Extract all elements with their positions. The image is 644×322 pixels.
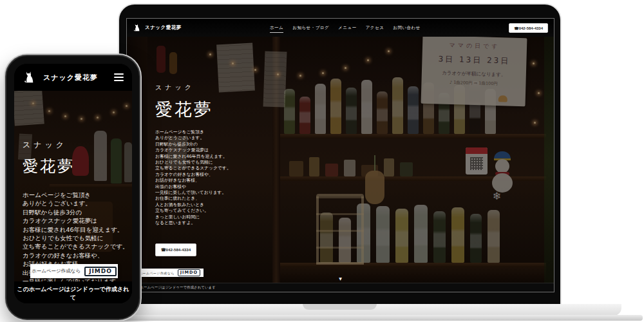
hero-title: 愛花夢 [155,98,278,121]
phone-mockup: スナック愛花夢 [5,55,140,320]
hamburger-menu-icon[interactable] [114,71,124,83]
site-logo[interactable]: スナック愛花夢 [133,23,182,32]
desktop-site-footer: このホームページはジンドゥーで作成されています [127,283,554,292]
jimdo-logo: JIMDO [84,267,117,276]
jimdo-badge[interactable]: ホームページ作成なら JIMDO [135,269,204,277]
header-phone-button[interactable]: ☎042-584-4334 [509,23,548,33]
nav-item-home[interactable]: ホーム [270,23,283,33]
device-mockup-scene: スナック愛花夢 ホーム お知らせ・ブログ メニュー アクセス お問い合わせ ☎0… [0,0,644,322]
mobile-hero-section: スナック 愛花夢 ホームページをご覧頂き ありがとうございます。 日野駅から徒歩… [14,91,132,281]
desktop-site-header: スナック愛花夢 ホーム お知らせ・ブログ メニュー アクセス お問い合わせ ☎0… [127,19,554,37]
hero-content: スナック 愛花夢 ホームページをご覧頂き ありがとうございます。 日野駅から徒歩… [155,83,278,256]
nav-item-news-blog[interactable]: お知らせ・ブログ [292,23,329,33]
jimdo-logo: JIMDO [178,269,200,276]
cat-logo-icon [23,70,37,84]
desktop-website: スナック愛花夢 ホーム お知らせ・ブログ メニュー アクセス お問い合わせ ☎0… [127,19,554,292]
hero-kicker: スナック [155,83,278,92]
laptop-screen: スナック愛花夢 ホーム お知らせ・ブログ メニュー アクセス お問い合わせ ☎0… [126,18,554,292]
jimdo-footer-link[interactable]: このホームページはジンドゥーで作成されて [17,286,129,301]
hero-phone-button[interactable]: ☎042-584-4334 [155,243,196,256]
jimdo-badge-text: ホームページ作成なら [139,271,175,275]
mobile-site-header: スナック愛花夢 [14,64,132,91]
hero-title: 愛花夢 [23,156,126,176]
hero-section: ママの日です 3日 13日 23日 カラオケが半額になります。 ♪ 1曲200円… [127,37,554,283]
nav-item-menu[interactable]: メニュー [338,23,356,33]
cat-logo-icon [133,23,142,32]
phone-screen: スナック愛花夢 [14,64,132,303]
laptop-lid-notch [303,304,377,310]
jimdo-badge-text: ホームページ作成なら [32,268,80,274]
main-navigation: ホーム お知らせ・ブログ メニュー アクセス お問い合わせ [185,23,505,33]
scroll-down-indicator[interactable]: ▼ [339,276,342,281]
mobile-hero-content: スナック 愛花夢 ホームページをご覧頂き ありがとうございます。 日野駅から徒歩… [23,140,126,281]
hero-body-text: ホームページをご覧頂き ありがとうございます。 日野駅から徒歩3分の カラオケス… [155,129,278,227]
mobile-site-footer: このホームページはジンドゥーで作成されて [14,281,132,303]
nav-item-access[interactable]: アクセス [366,23,384,33]
site-title: スナック愛花夢 [145,24,182,31]
jimdo-badge[interactable]: ホームページ作成なら JIMDO [30,264,118,278]
jimdo-footer-link[interactable]: このホームページはジンドゥーで作成されています [133,285,216,290]
hero-kicker: スナック [23,140,126,151]
mobile-site-title: スナック愛花夢 [43,73,98,82]
laptop-mockup: スナック愛花夢 ホーム お知らせ・ブログ メニュー アクセス お問い合わせ ☎0… [118,3,562,304]
nav-item-contact[interactable]: お問い合わせ [393,23,421,33]
